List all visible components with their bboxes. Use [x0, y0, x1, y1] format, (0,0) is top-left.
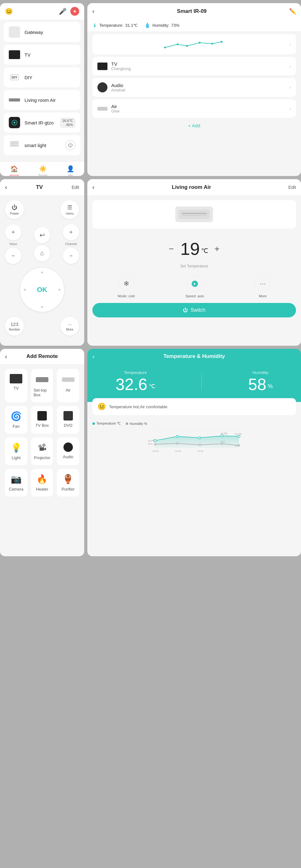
svg-text:14:00: 14:00: [175, 450, 181, 453]
list-item[interactable]: TV Box: [31, 406, 53, 434]
svg-text:32.5℃: 32.5℃: [220, 432, 228, 435]
list-item[interactable]: TV Changhong ›: [92, 57, 296, 75]
svg-rect-3: [10, 143, 19, 145]
power-icon: ⏻: [11, 204, 17, 211]
back-button[interactable]: ‹: [92, 353, 95, 360]
voice-down-button[interactable]: −: [5, 248, 21, 264]
list-item[interactable]: 💡 Light: [5, 437, 27, 465]
chevron-right-icon: ›: [290, 63, 291, 69]
list-item[interactable]: DIY DIY: [4, 67, 81, 87]
fan-icon: 🌀: [11, 411, 22, 422]
list-item[interactable]: Air: [57, 369, 79, 402]
diy-icon: DIY: [9, 72, 20, 83]
svg-point-9: [211, 43, 213, 44]
ac-modes: ❄ Mode: cold Speed: auto ··· More: [87, 273, 301, 303]
set-temp-label: Set Temperature: [87, 264, 301, 268]
camera-icon: 📷: [11, 474, 22, 484]
svg-text:57%: 57%: [220, 441, 225, 443]
edit-icon[interactable]: ✏️: [289, 8, 296, 15]
home-header: 😐 🎤 +: [0, 3, 84, 20]
page-title: Smart IR-09: [177, 8, 206, 14]
list-item[interactable]: Audio Amstrad ›: [92, 78, 296, 97]
voice-up-button[interactable]: +: [5, 224, 21, 240]
tab-home[interactable]: 🏠 Home: [10, 165, 19, 176]
chevron-right-icon: ›: [290, 85, 291, 90]
ac-panel: ‹ Living room Air Edit − 19 ℃ + Set Temp…: [87, 179, 301, 346]
svg-point-21: [199, 437, 201, 439]
voice-group: + Voice −: [5, 224, 21, 264]
channel-up-button[interactable]: +: [63, 224, 79, 240]
back-button[interactable]: ‹: [92, 184, 95, 191]
device-cards: TV Changhong › Audio Amstrad ›: [87, 57, 301, 118]
mode-more[interactable]: ··· More: [255, 276, 271, 298]
comfort-card: 😐 Temperature hot,Air comfortable: [92, 398, 296, 415]
th-values: Temperature 32.6 ℃ Humidity 58 %: [87, 364, 301, 402]
list-item[interactable]: Living room Air: [4, 90, 81, 110]
mic-icon[interactable]: 🎤: [59, 7, 67, 15]
temp-increase-button[interactable]: +: [214, 244, 219, 254]
speed-icon: [187, 276, 203, 292]
th-header: ‹ Temperature & Humidity: [87, 349, 301, 364]
list-item[interactable]: TV: [4, 44, 81, 65]
svg-point-20: [176, 435, 178, 437]
tv-icon: [9, 49, 20, 60]
mode-speed[interactable]: Speed: auto: [185, 276, 204, 298]
list-item[interactable]: 📽 Projector: [31, 437, 53, 465]
list-item[interactable]: 🏺 Purifier: [57, 469, 79, 497]
mode-cold[interactable]: ❄ Mode: cold: [118, 276, 135, 298]
svg-text:13:00: 13:00: [152, 450, 159, 453]
air-thumb-icon: [97, 107, 108, 111]
back-button[interactable]: ‹: [5, 353, 7, 360]
chart-row: ›: [92, 34, 296, 54]
tab-smart[interactable]: ☀️ Smart: [38, 165, 48, 176]
back-button[interactable]: ‹: [5, 184, 7, 191]
device-name: Living room Air: [25, 97, 76, 103]
svg-text:15:00: 15:00: [197, 450, 204, 453]
ok-button[interactable]: OK: [20, 268, 64, 312]
list-item[interactable]: DVD: [57, 406, 79, 434]
list-item[interactable]: Gateway: [4, 22, 81, 42]
gateway-icon: [9, 26, 20, 38]
page-title: Add Remote: [26, 353, 58, 360]
humidity-legend: Humidity %: [126, 422, 147, 426]
number-button[interactable]: 123 Number: [5, 317, 24, 336]
tab-bar: 🏠 Home ☀️ Smart 👤 Me: [0, 161, 84, 176]
device-name: DIY: [25, 75, 76, 80]
edit-button[interactable]: Edit: [289, 185, 296, 190]
device-list: Gateway TV DIY DIY Living r: [0, 20, 84, 160]
nav-home-button[interactable]: ⌂: [34, 245, 50, 261]
smart-ir-header: ‹ Smart IR-09 ✏️: [87, 3, 301, 19]
tab-me[interactable]: 👤 Me: [67, 165, 74, 176]
power-toggle[interactable]: ⏻: [65, 140, 76, 150]
edit-button[interactable]: Edit: [72, 185, 79, 190]
switch-button[interactable]: ⏻ Switch: [92, 303, 296, 317]
list-item[interactable]: TV: [5, 369, 27, 402]
chart-chevron[interactable]: ›: [290, 41, 291, 47]
device-name: TV: [25, 52, 76, 58]
channel-down-button[interactable]: −: [63, 248, 79, 264]
temperature-sensor: 🌡 Temperature: 31.1℃: [92, 23, 138, 28]
list-item[interactable]: Set-top Box: [31, 369, 53, 402]
smart-icon: ☀️: [39, 165, 47, 173]
list-item[interactable]: Smart IR-gtzo 26.6℃ 46%: [4, 113, 81, 133]
svg-point-26: [199, 444, 201, 446]
power-button[interactable]: ⏻ Power: [5, 200, 24, 219]
temp-decrease-button[interactable]: −: [169, 244, 174, 254]
audio-icon: [63, 442, 73, 452]
list-item[interactable]: Audio: [57, 437, 79, 465]
list-item[interactable]: Air Gree ›: [92, 99, 296, 118]
add-button[interactable]: +: [70, 7, 79, 16]
more-button[interactable]: ··· More: [60, 317, 79, 336]
nav-back-button[interactable]: ↩: [34, 227, 50, 243]
menu-button[interactable]: ☰ menu: [60, 200, 79, 219]
sensor-row: 🌡 Temperature: 31.1℃ 💧 Humidity: 73%: [87, 19, 301, 32]
list-item[interactable]: 📷 Camera: [5, 469, 27, 497]
list-item[interactable]: 🌀 Fan: [5, 406, 27, 434]
list-item[interactable]: smart light ⏻: [4, 135, 81, 155]
list-item[interactable]: 🔥 Heater: [31, 469, 53, 497]
tv-remote-panel: ‹ TV Edit ⏻ Power ☰ menu +: [0, 179, 84, 346]
mini-chart: [97, 38, 290, 51]
add-device-button[interactable]: + Add: [87, 118, 301, 133]
me-icon: 👤: [67, 165, 74, 173]
back-button[interactable]: ‹: [92, 7, 95, 15]
